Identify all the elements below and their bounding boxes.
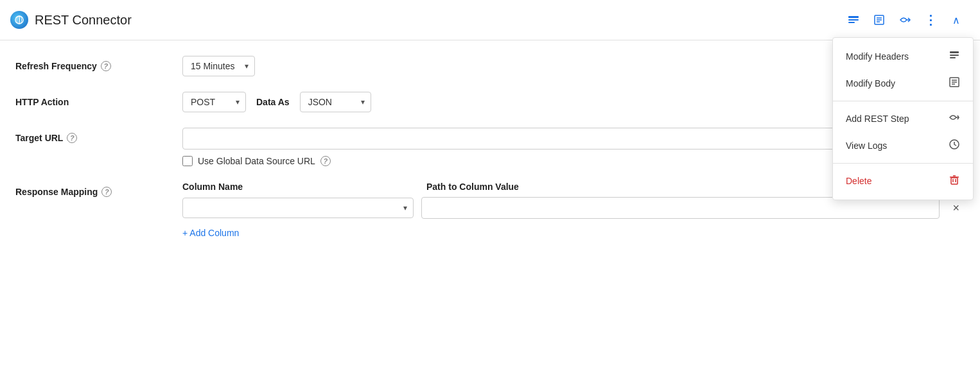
collapse-button[interactable]: ∧ bbox=[945, 9, 967, 31]
svg-rect-5 bbox=[848, 22, 855, 23]
header-actions: ⋮ ∧ bbox=[843, 9, 967, 31]
data-as-label: Data As bbox=[256, 97, 290, 107]
page-header: REST Connector bbox=[0, 0, 980, 40]
http-action-label: HTTP Action bbox=[15, 92, 182, 107]
add-column-button[interactable]: + Add Column bbox=[182, 225, 239, 241]
svg-rect-20 bbox=[951, 178, 958, 184]
column-name-header: Column Name bbox=[182, 182, 426, 192]
dropdown-divider-1 bbox=[833, 101, 973, 101]
dropdown-view-logs[interactable]: View Logs bbox=[833, 132, 973, 159]
svg-rect-4 bbox=[848, 19, 859, 21]
http-action-row: HTTP Action GET POST PUT DELETE PATCH Da… bbox=[15, 92, 965, 112]
response-mapping-label: Response Mapping ? bbox=[15, 182, 182, 197]
dropdown-modify-headers[interactable]: Modify Headers bbox=[833, 43, 973, 70]
response-mapping-help-icon[interactable]: ? bbox=[101, 187, 112, 197]
view-logs-label: View Logs bbox=[846, 141, 887, 151]
column-name-select[interactable] bbox=[182, 198, 414, 218]
header-left: REST Connector bbox=[10, 11, 132, 29]
modify-headers-label: Modify Headers bbox=[846, 51, 909, 62]
more-options-button[interactable]: ⋮ bbox=[920, 9, 941, 31]
modify-headers-button[interactable] bbox=[843, 9, 864, 31]
refresh-frequency-row: Refresh Frequency ? 15 Minutes 30 Minute… bbox=[15, 56, 965, 76]
dropdown-menu: Modify Headers Modify Body bbox=[832, 37, 974, 200]
use-global-ds-url-help-icon[interactable]: ? bbox=[320, 156, 331, 166]
svg-rect-13 bbox=[950, 57, 956, 58]
use-global-ds-url-checkbox[interactable] bbox=[182, 156, 193, 166]
use-global-ds-url-label: Use Global Data Source URL bbox=[198, 156, 315, 166]
http-method-select-wrapper: GET POST PUT DELETE PATCH bbox=[182, 92, 246, 112]
add-rest-step-icon bbox=[949, 112, 960, 126]
delete-label: Delete bbox=[846, 176, 871, 186]
data-format-select-wrapper: JSON XML Form Data bbox=[300, 92, 371, 112]
rest-connector-icon bbox=[10, 11, 28, 29]
refresh-frequency-help-icon[interactable]: ? bbox=[101, 61, 111, 71]
target-url-row: Target URL ? Use Global Data Source URL … bbox=[15, 128, 965, 166]
remove-mapping-button[interactable]: × bbox=[947, 200, 965, 216]
svg-rect-12 bbox=[950, 55, 959, 56]
modify-headers-icon bbox=[949, 49, 960, 64]
modify-body-label: Modify Body bbox=[846, 78, 895, 89]
svg-rect-3 bbox=[848, 16, 859, 18]
mapping-inputs-row: × bbox=[182, 197, 965, 219]
dropdown-divider-2 bbox=[833, 163, 973, 164]
dropdown-modify-body[interactable]: Modify Body bbox=[833, 70, 973, 97]
refresh-frequency-select[interactable]: 15 Minutes 30 Minutes 1 Hour Never bbox=[182, 56, 255, 76]
response-mapping-row: Response Mapping ? Column Name Path to C… bbox=[15, 182, 965, 241]
delete-icon bbox=[949, 174, 960, 188]
path-to-column-value-input[interactable] bbox=[421, 197, 940, 219]
column-name-select-wrapper bbox=[182, 198, 414, 218]
dropdown-add-rest-step[interactable]: Add REST Step bbox=[833, 105, 973, 132]
dropdown-delete[interactable]: Delete bbox=[833, 167, 973, 194]
http-method-select[interactable]: GET POST PUT DELETE PATCH bbox=[182, 92, 246, 112]
view-logs-icon bbox=[949, 139, 960, 153]
modify-body-button[interactable] bbox=[868, 9, 890, 31]
add-rest-step-label: Add REST Step bbox=[846, 114, 909, 124]
target-url-input[interactable] bbox=[182, 128, 889, 150]
refresh-frequency-select-wrapper: 15 Minutes 30 Minutes 1 Hour Never bbox=[182, 56, 255, 76]
add-rest-step-button[interactable] bbox=[894, 9, 916, 31]
target-url-label: Target URL ? bbox=[15, 128, 182, 143]
modify-body-icon bbox=[949, 76, 960, 90]
refresh-frequency-label: Refresh Frequency ? bbox=[15, 56, 182, 71]
data-format-select[interactable]: JSON XML Form Data bbox=[300, 92, 371, 112]
page-title: REST Connector bbox=[35, 13, 132, 28]
target-url-help-icon[interactable]: ? bbox=[67, 133, 77, 143]
svg-rect-11 bbox=[950, 51, 959, 53]
